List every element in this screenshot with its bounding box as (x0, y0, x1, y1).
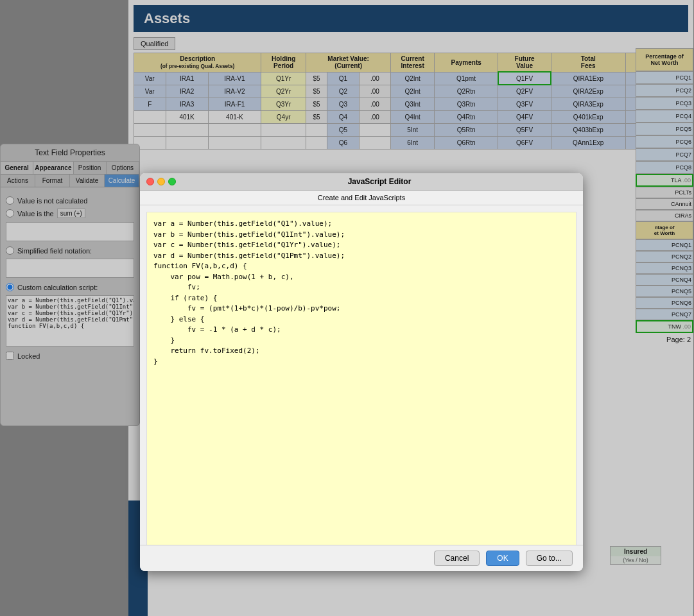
pcq3-cell: PCQ3 (636, 97, 693, 110)
insured-box: Insured (Yes / No) (610, 546, 661, 565)
js-editor-footer: Cancel OK Go to... (140, 545, 583, 571)
table-row: Var IRA2 IRA-V2 Q2Yr $5 Q2 .00 Q2Int Q2R… (134, 85, 688, 98)
pcq2-cell: PCQ2 (636, 84, 693, 97)
pcnq3-cell: PCNQ3 (636, 262, 693, 274)
col-interest: CurrentInterest (391, 53, 435, 73)
qualified-tab[interactable]: Qualified (134, 37, 175, 50)
tab-calculate[interactable]: Calculate (105, 175, 139, 187)
window-maximize-button[interactable] (168, 178, 176, 185)
tla-cell: TLA .00 (636, 174, 693, 187)
pcnq5-cell: PCNQ5 (636, 286, 693, 297)
radio-not-calculated-row: Value is not calculated (6, 196, 134, 205)
tnw-cell: TNW .00 (636, 320, 693, 333)
tab-general[interactable]: General (1, 162, 33, 174)
simplified-row: Simplified field notation: (6, 246, 134, 255)
tab-appearance[interactable]: Appearance (33, 162, 73, 174)
pcnq2-cell: PCNQ2 (636, 251, 693, 262)
col-holding: HoldingPeriod (261, 53, 306, 73)
ok-button[interactable]: OK (486, 551, 519, 566)
pct-header: Percentage ofNet Worth (636, 48, 693, 71)
col-description: Description(of pre-existing Qual. Assets… (134, 53, 261, 73)
page-indicator: Page: 2 (636, 333, 693, 343)
tf-properties-title: Text Field Properties (1, 144, 139, 162)
table-row: Var IRA1 IRA-V1 Q1Yr $5 Q1 .00 Q2Int Q1p… (134, 72, 688, 85)
col-future: FutureValue (498, 53, 551, 73)
tab-format[interactable]: Format (35, 175, 70, 187)
col-market: Market Value:(Current) (306, 53, 391, 73)
col-payments: Payments (435, 53, 498, 73)
simplified-label: Simplified field notation: (17, 247, 92, 255)
cannuit-cell: CAnnuit (636, 198, 693, 210)
radio-custom-script[interactable] (6, 283, 14, 291)
locked-row: Locked (6, 352, 134, 360)
js-code-area[interactable]: var a = Number(this.getField("Q1").value… (146, 212, 577, 545)
text-field-properties-panel: Text Field Properties General Appearance… (0, 144, 140, 426)
tab-validate[interactable]: Validate (70, 175, 105, 187)
cancel-button[interactable]: Cancel (434, 551, 480, 566)
custom-script-row: Custom calculation script: (6, 283, 134, 291)
table-row: Q6 6Int Q6Rtn Q6FV QAnn1Exp PCQ6 (134, 136, 688, 149)
right-sidebar: Percentage ofNet Worth PCQ1 PCQ2 PCQ3 PC… (636, 48, 693, 343)
window-minimize-button[interactable] (157, 178, 165, 185)
sum-label[interactable]: sum (+) (57, 209, 85, 218)
pcq4-cell: PCQ4 (636, 110, 693, 123)
goto-button[interactable]: Go to... (526, 551, 573, 566)
script-preview-text: var a = Number(this.getField("Q1").value… (8, 297, 132, 329)
js-editor-dialog: JavaScript Editor Create and Edit JavaSc… (140, 173, 583, 571)
tab-position[interactable]: Position (74, 162, 107, 174)
assets-table: Description(of pre-existing Qual. Assets… (134, 53, 688, 150)
tab-options[interactable]: Options (107, 162, 139, 174)
ciras-cell: CIRAs (636, 210, 693, 221)
assets-header: Assets (134, 5, 688, 32)
pct-header2: ntage ofet Worth (636, 221, 693, 239)
tab-actions[interactable]: Actions (1, 175, 35, 187)
js-code-text: var a = Number(this.getField("Q1").value… (153, 219, 569, 367)
table-row: F IRA3 IRA-F1 Q3Yr $5 Q3 .00 Q3Int Q3Rtn… (134, 98, 688, 110)
radio-not-calculated[interactable] (6, 196, 14, 205)
pcq5-cell: PCQ5 (636, 123, 693, 135)
pcq7-cell: PCQ7 (636, 148, 693, 161)
locked-label: Locked (17, 352, 40, 360)
pcnq6-cell: PCNQ6 (636, 297, 693, 309)
pcq1-cell: PCQ1 (636, 71, 693, 84)
js-editor-title: JavaScript Editor (182, 177, 577, 186)
table-row: 401K 401-K Q4yr $5 Q4 .00 Q4Int Q4Rtn Q4… (134, 110, 688, 123)
col-fees: TotalFees (551, 53, 625, 73)
calc-box[interactable] (6, 222, 134, 241)
simplified-box[interactable] (6, 259, 134, 278)
radio-not-calculated-label: Value is not calculated (17, 197, 87, 205)
pcq6-cell: PCQ6 (636, 135, 693, 148)
custom-script-label: Custom calculation script: (17, 284, 98, 291)
js-editor-titlebar: JavaScript Editor (140, 173, 583, 191)
tf-tabs: General Appearance Position Options (1, 162, 139, 175)
radio-value-is-label: Value is the (17, 210, 54, 218)
radio-simplified[interactable] (6, 246, 14, 255)
script-preview-box[interactable]: var a = Number(this.getField("Q1").value… (6, 295, 134, 346)
insured-subtitle: (Yes / No) (611, 556, 661, 564)
pcnq1-cell: PCNQ1 (636, 239, 693, 251)
window-buttons (146, 178, 176, 185)
window-close-button[interactable] (146, 178, 154, 185)
pcq8-cell: PCQ8 (636, 161, 693, 174)
table-row: Q5 5Int Q5Rtn Q5FV Q403bExp PCQ5 (134, 123, 688, 136)
pclts-cell: PCLTs (636, 187, 693, 198)
pcnq4-cell: PCNQ4 (636, 274, 693, 286)
pcnq7-cell: PCNQ7 (636, 309, 693, 320)
radio-value-is[interactable] (6, 209, 14, 218)
js-editor-subtitle: Create and Edit JavaScripts (140, 191, 583, 205)
locked-checkbox[interactable] (6, 352, 14, 360)
insured-title: Insured (611, 547, 661, 556)
radio-value-is-row: Value is the sum (+) (6, 209, 134, 218)
